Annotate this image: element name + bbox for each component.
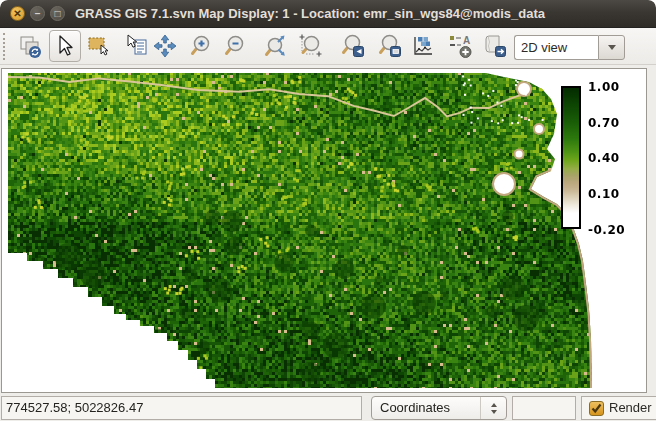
zoom-region-button[interactable] <box>295 30 327 62</box>
zoom-region-icon <box>298 33 324 59</box>
grass-map-display-window: ✕ – □ GRASS GIS 7.1.svn Map Display: 1 -… <box>0 0 656 421</box>
statusbar-mode-select[interactable]: Coordinates <box>371 396 507 420</box>
render-map-icon <box>17 33 43 59</box>
pan-icon <box>152 33 178 59</box>
zoom-to-map-button[interactable] <box>374 30 406 62</box>
map-display-area: 1.00 0.70 0.40 0.10 -0.20 <box>1 68 647 393</box>
pan-tool-button[interactable] <box>149 30 181 62</box>
chevron-down-icon <box>608 45 616 50</box>
zoom-extent-icon <box>262 33 288 59</box>
zoom-in-button[interactable] <box>186 30 218 62</box>
svg-text:A: A <box>463 35 470 46</box>
zoom-in-icon <box>189 33 215 59</box>
zoom-out-button[interactable] <box>220 30 252 62</box>
pointer-tool-button[interactable] <box>49 30 81 62</box>
render-label: Render <box>609 397 652 419</box>
spinner-up-icon <box>491 403 497 407</box>
zoom-out-icon <box>223 33 249 59</box>
analyze-map-icon <box>410 33 436 59</box>
save-display-button[interactable] <box>479 30 511 62</box>
pointer-icon <box>52 33 78 59</box>
zoom-extent-button[interactable] <box>259 30 291 62</box>
view-mode-dropdown-button[interactable] <box>598 35 625 60</box>
render-option: Render <box>581 396 656 420</box>
add-map-elements-icon: A <box>447 33 473 59</box>
query-icon <box>124 33 150 59</box>
zoom-back-button[interactable] <box>337 30 369 62</box>
window-title: GRASS GIS 7.1.svn Map Display: 1 - Locat… <box>75 0 545 28</box>
check-icon <box>591 403 602 414</box>
save-display-icon <box>482 33 508 59</box>
minimize-button[interactable]: – <box>30 6 45 21</box>
render-map-button[interactable] <box>14 30 46 62</box>
toolbar-drag-handle[interactable] <box>3 33 6 60</box>
ndvi-raster-map[interactable] <box>2 69 646 392</box>
zoom-back-icon <box>340 33 366 59</box>
zoom-to-map-icon <box>377 33 403 59</box>
statusbar-info-field <box>512 396 576 420</box>
statusbar-mode-value: Coordinates <box>372 397 480 419</box>
select-region-icon <box>86 33 112 59</box>
view-mode-value: 2D view <box>514 35 598 60</box>
analyze-map-button[interactable] <box>407 30 439 62</box>
spinner-buttons[interactable] <box>480 397 506 419</box>
spinner-down-icon <box>491 410 497 414</box>
render-checkbox[interactable] <box>589 401 604 416</box>
maximize-button[interactable]: □ <box>50 6 65 21</box>
close-button[interactable]: ✕ <box>10 6 25 21</box>
titlebar: ✕ – □ GRASS GIS 7.1.svn Map Display: 1 -… <box>0 0 656 28</box>
select-region-button[interactable] <box>83 30 115 62</box>
coordinate-display: 774527.58; 5022826.47 <box>1 396 362 420</box>
map-toolbar: A 2D view <box>0 28 656 65</box>
view-mode-selector[interactable]: 2D view <box>514 35 625 60</box>
statusbar: 774527.58; 5022826.47 Coordinates Render <box>0 394 656 421</box>
add-map-elements-button[interactable]: A <box>444 30 476 62</box>
